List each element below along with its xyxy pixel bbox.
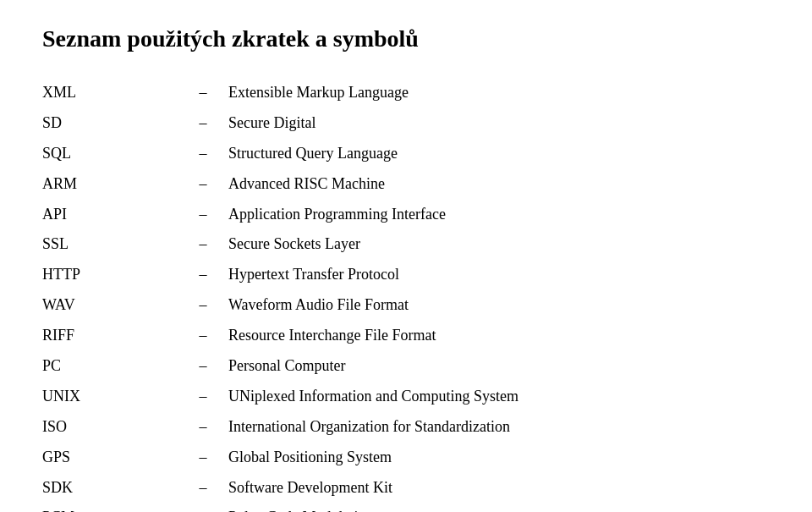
full-form: Extensible Markup Language [228,78,770,108]
table-row: SQL–Structured Query Language [42,139,770,169]
table-row: API–Application Programming Interface [42,200,770,230]
abbreviation: GPS [42,443,178,473]
abbreviation: SDK [42,473,178,504]
dash-separator: – [178,321,228,351]
abbreviation: PC [42,351,178,382]
dash-separator: – [178,139,228,169]
dash-separator: – [178,229,228,260]
dash-separator: – [178,351,228,382]
dash-separator: – [178,108,228,139]
table-row: ARM–Advanced RISC Machine [42,169,770,200]
abbreviation: SD [42,108,178,139]
dash-separator: – [178,169,228,200]
abbreviation: SSL [42,229,178,260]
table-row: XML–Extensible Markup Language [42,78,770,108]
table-row: SDK–Software Development Kit [42,473,770,504]
table-row: RIFF–Resource Interchange File Format [42,321,770,351]
abbreviation: ARM [42,169,178,200]
table-row: SSL–Secure Sockets Layer [42,229,770,260]
abbreviation: API [42,200,178,230]
full-form: Global Positioning System [228,443,770,473]
abbreviation: ISO [42,412,178,443]
abbreviation: RIFF [42,321,178,351]
full-form: Software Development Kit [228,473,770,504]
page-title: Seznam použitých zkratek a symbolů [42,25,770,52]
table-row: PC–Personal Computer [42,351,770,382]
abbreviation: SQL [42,139,178,169]
dash-separator: – [178,443,228,473]
dash-separator: – [178,473,228,504]
table-row: WAV–Waveform Audio File Format [42,290,770,321]
table-row: ISO–International Organization for Stand… [42,412,770,443]
table-row: SD–Secure Digital [42,108,770,139]
full-form: Secure Sockets Layer [228,229,770,260]
abbreviation: XML [42,78,178,108]
dash-separator: – [178,290,228,321]
abbreviations-table: XML–Extensible Markup LanguageSD–Secure … [42,78,770,512]
table-row: UNIX–UNiplexed Information and Computing… [42,382,770,412]
full-form: Application Programming Interface [228,200,770,230]
full-form: Structured Query Language [228,139,770,169]
full-form: International Organization for Standardi… [228,412,770,443]
dash-separator: – [178,412,228,443]
table-row: HTTP–Hypertext Transfer Protocol [42,260,770,290]
full-form: Resource Interchange File Format [228,321,770,351]
dash-separator: – [178,200,228,230]
dash-separator: – [178,503,228,512]
full-form: Hypertext Transfer Protocol [228,260,770,290]
abbreviation: UNIX [42,382,178,412]
full-form: UNiplexed Information and Computing Syst… [228,382,770,412]
abbreviation: WAV [42,290,178,321]
table-row: GPS–Global Positioning System [42,443,770,473]
abbreviation: PCM [42,503,178,512]
full-form: Advanced RISC Machine [228,169,770,200]
dash-separator: – [178,78,228,108]
full-form: Personal Computer [228,351,770,382]
full-form: Pulse-Code Modulation [228,503,770,512]
full-form: Waveform Audio File Format [228,290,770,321]
dash-separator: – [178,382,228,412]
abbreviation: HTTP [42,260,178,290]
dash-separator: – [178,260,228,290]
table-row: PCM–Pulse-Code Modulation [42,503,770,512]
full-form: Secure Digital [228,108,770,139]
